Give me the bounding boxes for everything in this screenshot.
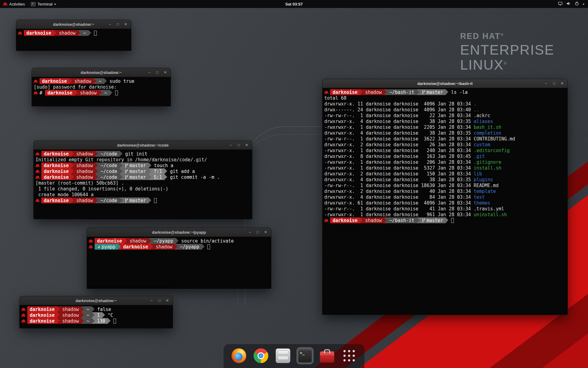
powerline-arrow-icon [57, 318, 60, 324]
terminal-content[interactable]: darknoiseshadow~ [16, 29, 131, 51]
window-titlebar[interactable]: darknoise@shadow:~/code – □ ✕ [34, 141, 252, 150]
terminal-content[interactable]: darknoiseshadow~/bash-itmaster ls -latot… [322, 88, 567, 315]
prompt-segment-user: darknoise [41, 163, 71, 168]
activities-button[interactable]: Activities [0, 0, 28, 8]
powerline-arrow-icon [81, 306, 84, 312]
top-bar: Activities Terminal ▾ Sat 03:57 ▾ [0, 0, 588, 8]
maximize-button[interactable]: □ [551, 81, 557, 86]
powerline-arrow-icon [149, 168, 151, 174]
powerline-arrow-icon [95, 174, 98, 180]
chevron-down-icon: ▾ [583, 2, 584, 6]
prompt-segment-git: master [420, 217, 446, 223]
powerline-arrow-icon [446, 217, 448, 223]
prompt-segment-path: ~ [84, 312, 92, 318]
command-text: false [95, 307, 111, 312]
maximize-button[interactable]: □ [154, 70, 160, 75]
output-text: plugins [474, 177, 493, 182]
dock-terminal[interactable] [296, 347, 314, 364]
minimize-button[interactable]: – [228, 142, 234, 148]
output-line: -rwxrwxr-x. 1 darknoise darknoise 961 Ja… [324, 212, 566, 217]
output-line: drwx------. 24 darknoise darknoise 4096 … [324, 107, 566, 113]
minimize-button[interactable]: – [107, 21, 113, 27]
powerline-arrow-icon [108, 318, 111, 324]
output-line: 1 file changed, 0 insertions(+), 0 delet… [36, 186, 250, 192]
maximize-button[interactable]: □ [255, 229, 261, 235]
close-button[interactable]: ✕ [559, 81, 565, 86]
window-titlebar[interactable]: darknoise@shadow:~ – □ ✕ [32, 68, 171, 77]
output-line: drwxrwxr-x. 4 darknoise darknoise 84 Jan… [324, 194, 566, 200]
prompt-segment-user: darknoise [330, 217, 360, 223]
powerline-arrow-icon [417, 217, 420, 223]
maximize-button[interactable]: □ [156, 298, 162, 304]
window-title: darknoise@shadow:~ [76, 298, 117, 303]
powerline-arrow-icon [120, 174, 123, 180]
close-button[interactable]: ✕ [162, 70, 168, 75]
close-button[interactable]: ✕ [164, 298, 170, 304]
output-line: -rwxrwxr-x. 1 darknoise darknoise 206 Ja… [324, 159, 566, 165]
output-text: themes [474, 200, 490, 206]
powerline-arrow-icon [120, 163, 123, 168]
maximize-button[interactable]: □ [236, 142, 242, 148]
window-titlebar[interactable]: darknoise@shadow:~ – □ ✕ [20, 296, 173, 305]
window-titlebar[interactable]: darknoise@shadow:~/pyapp – □ ✕ [87, 228, 271, 237]
command-text: ls -la [448, 90, 468, 95]
redhat-logo-icon [3, 2, 7, 6]
output-text: .. [474, 107, 479, 113]
terminal-content[interactable]: darknoiseshadow~/pyapp source bin/activa… [87, 237, 271, 289]
terminal-content[interactable]: darknoiseshadow~ falsedarknoiseshadow~1 … [20, 305, 173, 328]
prompt-segment-path: ~/code [98, 168, 119, 174]
prompt-line: darknoiseshadow~/bash-itmaster ls -la [324, 89, 566, 95]
output-text: completion [474, 130, 501, 136]
redhat-prompt-icon [36, 199, 40, 202]
command-text: git commit -a -m . [167, 174, 220, 180]
prompt-segment-host: shadow [60, 318, 81, 324]
powerline-arrow-icon [149, 197, 151, 203]
minimize-button[interactable]: – [146, 70, 152, 75]
redhat-prompt-icon [36, 176, 40, 179]
dock-toolbox[interactable] [318, 347, 336, 364]
close-button[interactable]: ✕ [123, 21, 129, 27]
redhat-prompt-icon [324, 219, 328, 222]
prompt-segment-host: shadow [363, 89, 384, 95]
close-button[interactable]: ✕ [244, 142, 250, 148]
prompt-segment-path: ~/code [98, 197, 119, 203]
close-button[interactable]: ✕ [263, 229, 269, 235]
window-titlebar[interactable]: darknoise@shadow:~ – □ ✕ [16, 20, 131, 29]
minimize-button[interactable]: – [149, 298, 154, 304]
powerline-arrow-icon [71, 151, 74, 157]
app-menu-terminal[interactable]: Terminal ▾ [28, 0, 59, 8]
window-title: darknoise@shadow:~/bash-it [417, 81, 473, 86]
redhat-prompt-icon [324, 91, 328, 94]
prompt-segment-user: darknoise [330, 89, 360, 95]
files-icon [276, 348, 290, 363]
powerline-arrow-icon [99, 90, 102, 96]
dock-files[interactable] [274, 347, 292, 364]
terminal-window: darknoise@shadow:~/code – □ ✕ darknoises… [34, 141, 252, 219]
system-status-area[interactable]: ▾ [554, 0, 588, 8]
output-line: drwxrwxr-x. 2 darknoise darknoise 40 Jan… [324, 188, 566, 194]
output-line: -rw-rw-r--. 1 darknoise darknoise 3622 J… [324, 136, 566, 142]
maximize-button[interactable]: □ [115, 21, 121, 27]
dock-app-grid[interactable] [341, 347, 358, 364]
prompt-segment-host: shadow [363, 217, 384, 223]
prompt-segment-path: ~ [102, 90, 110, 96]
prompt-segment-path: ~ [81, 30, 88, 36]
terminal-content[interactable]: darknoiseshadow~ sudo true[sudo] passwor… [32, 77, 171, 106]
dock-firefox[interactable] [230, 347, 247, 364]
terminal-cursor [94, 31, 97, 36]
prompt-segment-git: master [123, 197, 149, 203]
window-titlebar[interactable]: darknoise@shadow:~/bash-it – □ ✕ [322, 79, 567, 88]
powerline-arrow-icon [164, 168, 167, 174]
prompt-segment-path: ~/code [98, 151, 119, 157]
terminal-content[interactable]: darknoiseshadow~/code git initInitialize… [34, 150, 252, 219]
minimize-button[interactable]: – [543, 81, 549, 86]
output-line: create mode 100644 a [36, 192, 250, 197]
redhat-prompt-icon [21, 314, 25, 317]
clock[interactable]: Sat 03:57 [285, 2, 303, 6]
prompt-segment-stat: 1 [95, 312, 102, 318]
dock-chrome[interactable] [252, 347, 270, 364]
powerline-arrow-icon [71, 168, 74, 174]
minimize-button[interactable]: – [247, 229, 253, 235]
output-text: .ackrc [474, 113, 490, 118]
git-branch-icon [422, 90, 425, 94]
